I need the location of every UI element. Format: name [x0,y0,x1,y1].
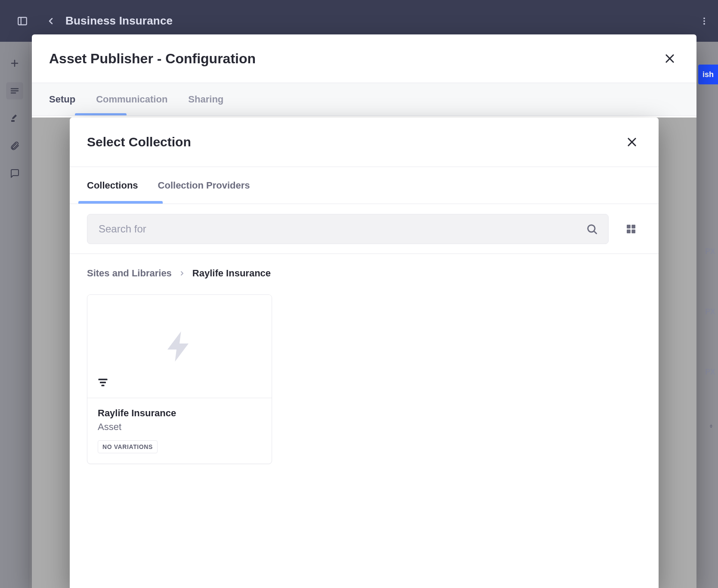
search-input-wrap[interactable] [87,214,609,244]
config-modal-header: Asset Publisher - Configuration [32,34,696,83]
svg-point-4 [703,23,705,25]
svg-point-2 [703,17,705,19]
svg-rect-20 [631,229,635,233]
tab-collection-providers[interactable]: Collection Providers [158,180,250,191]
svg-point-3 [703,20,705,22]
chevron-right-icon [179,270,186,277]
config-modal-tabs: Setup Communication Sharing [32,83,696,116]
search-icon[interactable] [586,223,598,235]
breadcrumb: Sites and Libraries Raylife Insurance [87,268,641,279]
svg-rect-21 [99,379,108,381]
svg-rect-0 [18,17,27,25]
card-thumbnail [87,295,272,398]
config-modal-close-icon[interactable] [660,49,679,68]
select-collection-header: Select Collection [70,118,659,167]
card-type: Asset [98,421,261,433]
select-collection-body: Sites and Libraries Raylife Insurance [70,254,659,475]
svg-rect-18 [631,225,635,229]
svg-rect-19 [627,229,631,233]
card-name: Raylife Insurance [98,408,261,419]
card-meta: Raylife Insurance Asset NO VARIATIONS [87,398,272,464]
tab-communication[interactable]: Communication [96,94,167,105]
tab-sharing[interactable]: Sharing [188,94,223,105]
breadcrumb-current: Raylife Insurance [192,268,271,279]
select-collection-tabs: Collections Collection Providers [70,167,659,204]
select-collection-title: Select Collection [87,135,191,149]
view-grid-icon[interactable] [621,219,641,239]
config-tab-indicator [75,113,127,115]
back-icon[interactable] [41,12,60,31]
tab-setup[interactable]: Setup [49,94,75,105]
kebab-icon[interactable] [695,12,714,31]
svg-rect-22 [100,382,106,384]
page-title: Business Insurance [65,14,173,28]
config-modal-title: Asset Publisher - Configuration [49,51,256,67]
select-collection-close-icon[interactable] [622,133,641,152]
breadcrumb-root[interactable]: Sites and Libraries [87,268,172,279]
panel-toggle-icon[interactable] [13,12,32,31]
filter-icon [97,376,109,388]
svg-rect-17 [627,225,631,229]
tab-collections[interactable]: Collections [87,180,138,191]
select-collection-toolbar [70,204,659,254]
collection-card[interactable]: Raylife Insurance Asset NO VARIATIONS [87,294,272,464]
select-collection-modal: Select Collection Collections Collection… [70,118,659,588]
config-modal: Asset Publisher - Configuration Setup Co… [32,34,696,588]
bolt-icon [161,326,198,367]
select-collection-tab-indicator [78,201,163,204]
svg-line-16 [594,231,596,233]
svg-rect-23 [102,385,105,387]
inner-modal-overlay: Select Collection Collections Collection… [32,118,696,588]
search-input[interactable] [98,223,586,235]
variations-badge: NO VARIATIONS [98,440,158,453]
